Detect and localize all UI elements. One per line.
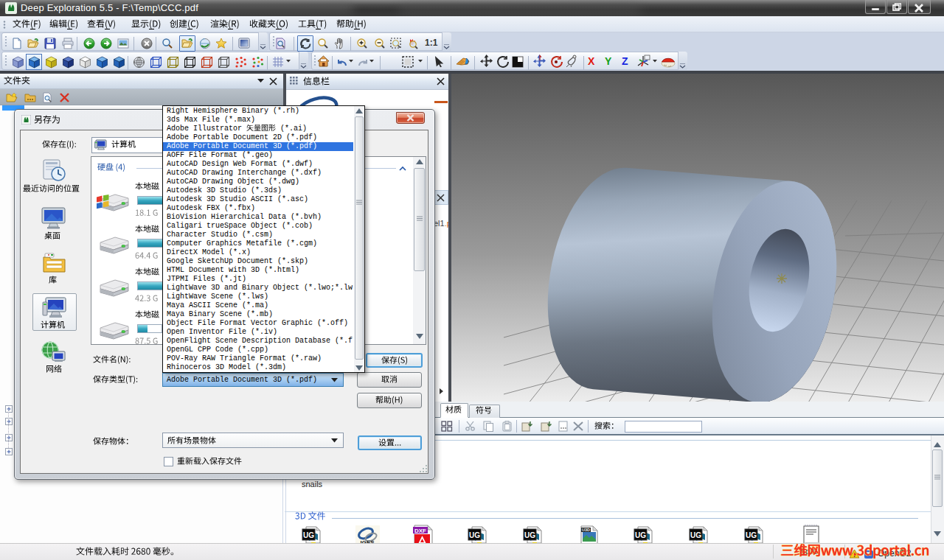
svg-text:UG: UG bbox=[690, 531, 701, 539]
svg-text:UG: UG bbox=[635, 531, 646, 539]
svg-text:UG: UG bbox=[524, 531, 535, 539]
svg-text:UG: UG bbox=[469, 531, 480, 539]
svg-text:UG: UG bbox=[303, 531, 314, 539]
svg-text:U3D: U3D bbox=[582, 528, 590, 532]
svg-text:UG: UG bbox=[746, 531, 757, 539]
svg-text:DXF: DXF bbox=[414, 528, 426, 534]
